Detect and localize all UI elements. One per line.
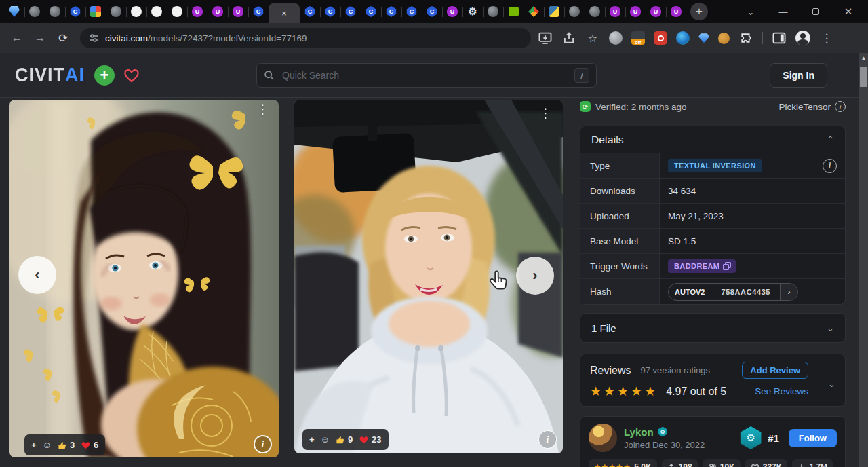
bookmark-star-icon[interactable]: ☆ [585,31,600,45]
site-settings-icon[interactable] [88,33,99,43]
browser-tab-civitai[interactable]: C [340,0,361,23]
image-info-button[interactable]: i [538,430,557,449]
minimize-icon[interactable]: — [778,7,788,16]
add-reaction-button[interactable]: + [31,440,37,450]
browser-tab-ultralytics[interactable]: U [442,0,462,23]
browser-tab-civitai[interactable]: C [381,0,401,23]
hash-value[interactable]: 758AAC4435 [711,284,780,300]
format-info-icon[interactable]: i [835,101,846,112]
browser-tab-ultralytics[interactable]: U [666,0,686,23]
scrollbar-up-arrow[interactable]: ▲ [859,55,868,61]
browser-tab-civitai[interactable]: C [65,0,85,23]
add-review-button[interactable]: Add Review [742,362,808,379]
extensions-puzzle-icon[interactable] [738,31,753,45]
browser-tab-nvidia[interactable] [503,0,524,23]
extension-gem-icon[interactable] [698,33,709,43]
hash-pill[interactable]: AUTOV2 758AAC4435 › [668,283,798,301]
url-bar[interactable]: civitai.com/models/72437?modelVersionId=… [80,28,531,48]
card-menu-dots-icon[interactable]: ⋮ [256,102,269,115]
heart-reaction[interactable]: 6 [81,440,98,450]
thumbs-up-reaction[interactable]: 9 [336,434,353,445]
trigger-word-badge[interactable]: BADDREAM [668,259,736,273]
extension-globe-icon[interactable] [609,31,623,45]
image-info-button[interactable]: i [254,435,272,453]
extension-earth-icon[interactable] [676,31,690,45]
creator-avatar[interactable] [589,424,617,452]
forward-icon[interactable]: → [30,28,50,48]
carousel-prev-button[interactable]: ‹ [18,256,56,294]
extension-blocker-icon[interactable] [654,31,667,45]
back-icon[interactable]: ← [7,28,27,48]
browser-tab-civitai[interactable]: C [248,0,269,23]
verified-time-link[interactable]: 2 months ago [631,102,687,112]
menu-kebab-icon[interactable]: ⋮ [819,31,834,45]
model-type-badge[interactable]: TEXTUAL INVERSION [668,159,762,172]
browser-tab-globe[interactable] [24,0,45,23]
browser-tab-gitdiamond[interactable] [524,0,544,23]
support-heart-icon[interactable] [123,67,140,83]
carousel-next-button[interactable]: › [516,257,554,295]
extension-off-badge-icon[interactable]: off [631,31,645,45]
browser-tab-globe[interactable] [45,0,65,23]
browser-tab-ultralytics[interactable]: U [187,0,208,23]
browser-tab-globe[interactable] [585,0,605,23]
browser-tab-github[interactable] [126,0,146,23]
see-reviews-link[interactable]: See Reviews [755,386,808,396]
chevron-down-icon[interactable]: ⌄ [828,379,835,389]
page-scrollbar[interactable]: ▲ [859,53,868,467]
browser-tab-ultralytics[interactable]: U [605,0,625,23]
creator-name-link[interactable]: Lykon [624,426,654,438]
tab-search-chevron-icon[interactable]: ⌄ [746,7,755,16]
browser-tab-civitai[interactable]: C [300,0,320,23]
search-input[interactable] [281,69,574,81]
extension-cookie-icon[interactable] [718,33,730,44]
maximize-icon[interactable] [811,7,821,16]
browser-tab-gear[interactable]: ⚙ [462,0,483,23]
browser-tab-ultralytics[interactable]: U [625,0,646,23]
emoji-reaction-button[interactable]: ☺ [321,434,330,445]
profile-avatar-icon[interactable] [795,31,810,45]
active-tab[interactable]: × [269,3,300,23]
copy-icon[interactable] [724,263,730,269]
browser-tab-ultralytics[interactable]: U [646,0,666,23]
quick-search-box[interactable]: / [256,63,597,88]
browser-tab-civitai[interactable]: C [320,0,340,23]
browser-tab-civitai[interactable]: C [401,0,422,23]
chevron-up-icon[interactable]: ⌃ [827,134,834,145]
scrollbar-thumb[interactable] [860,67,867,87]
create-plus-button[interactable]: + [94,65,115,86]
share-icon[interactable] [561,31,576,45]
close-tab-icon[interactable]: × [281,9,287,18]
browser-tab-gem[interactable] [4,0,24,23]
chevron-down-icon[interactable]: ⌄ [827,323,834,333]
add-reaction-button[interactable]: + [309,434,315,445]
side-panel-icon[interactable] [772,31,787,45]
browser-tab-civitai[interactable]: C [422,0,442,23]
heart-reaction[interactable]: 23 [359,434,381,445]
browser-tab-globe[interactable] [483,0,503,23]
browser-tab-github[interactable] [146,0,167,23]
hash-expand-chevron-icon[interactable]: › [780,284,797,300]
civitai-logo[interactable]: CIVITAI [15,64,85,86]
browser-tab-ultralytics[interactable]: U [228,0,248,23]
browser-tab-colorgrid[interactable] [85,0,106,23]
type-info-icon[interactable]: i [823,159,837,173]
browser-tab-python[interactable] [544,0,564,23]
browser-tab-globe[interactable] [564,0,585,23]
emoji-reaction-button[interactable]: ☺ [43,440,52,450]
gallery-image-card-1[interactable]: ⋮ ‹ + ☺ 3 6 i [9,100,279,457]
browser-tab-globe[interactable] [106,0,126,23]
close-window-icon[interactable]: ✕ [844,7,853,16]
browser-tab-civitai[interactable]: C [361,0,381,23]
new-tab-button[interactable]: + [690,3,708,20]
sign-in-button[interactable]: Sign In [770,63,827,88]
browser-tab-github[interactable] [167,0,187,23]
browser-tab-ultralytics[interactable]: U [208,0,228,23]
rank-hexagon-icon[interactable]: ⚙ [739,426,762,449]
thumbs-up-reaction[interactable]: 3 [58,440,75,450]
files-panel[interactable]: 1 File ⌄ [580,313,846,343]
follow-button[interactable]: Follow [789,429,837,447]
details-header[interactable]: Details ⌃ [580,126,845,153]
install-icon[interactable] [538,31,553,45]
gallery-image-card-2[interactable]: ⋮ › + ☺ 9 23 i [294,100,563,453]
